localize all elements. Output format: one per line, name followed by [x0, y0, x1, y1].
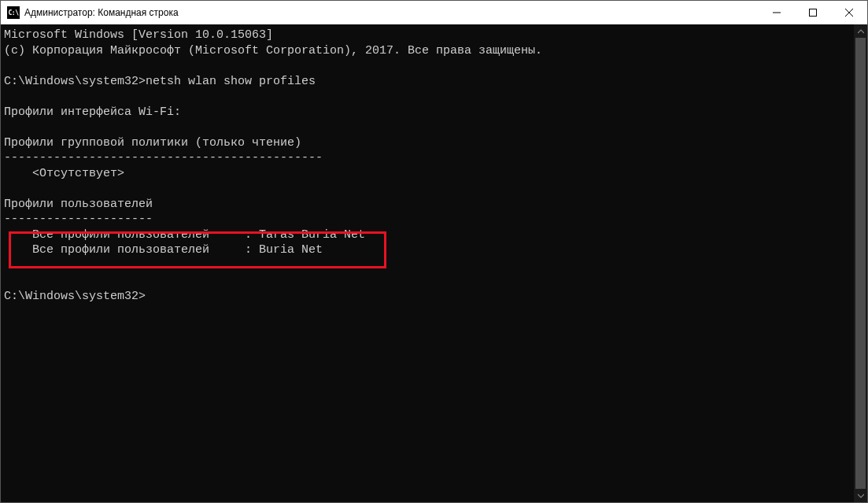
cmd-window: C:\ Администратор: Командная строка Micr…: [0, 0, 868, 503]
scroll-down-button[interactable]: [854, 489, 867, 502]
profile-line: Все профили пользователей : Buria Net: [4, 243, 323, 257]
maximize-icon: [809, 9, 817, 17]
chevron-down-icon: [858, 493, 864, 499]
output-header: Профили интерфейса Wi-Fi:: [4, 105, 181, 119]
scrollbar-track[interactable]: [854, 38, 867, 489]
output-header: Профили пользователей: [4, 198, 153, 211]
maximize-button[interactable]: [795, 1, 831, 24]
terminal-wrap: Microsoft Windows [Version 10.0.15063] (…: [1, 24, 867, 502]
close-button[interactable]: [831, 1, 867, 24]
titlebar[interactable]: C:\ Администратор: Командная строка: [1, 1, 867, 24]
output-line: Microsoft Windows [Version 10.0.15063]: [4, 28, 273, 42]
window-title: Администратор: Командная строка: [24, 7, 759, 18]
output-separator: ---------------------: [4, 213, 153, 226]
profile-line: Все профили пользователей : Taras Buria …: [4, 228, 365, 242]
chevron-up-icon: [858, 28, 864, 35]
minimize-button[interactable]: [759, 1, 795, 24]
prompt-line: C:\Windows\system32>: [4, 290, 146, 303]
scrollbar-thumb[interactable]: [855, 38, 866, 489]
svg-rect-1: [810, 9, 817, 17]
cmd-icon: C:\: [7, 6, 20, 19]
output-line: (c) Корпорация Майкрософт (Microsoft Cor…: [4, 44, 542, 57]
minimize-icon: [773, 9, 781, 17]
close-icon: [845, 9, 853, 17]
output-separator: ----------------------------------------…: [4, 151, 323, 165]
window-controls: [759, 1, 867, 24]
prompt-line: C:\Windows\system32>netsh wlan show prof…: [4, 75, 316, 88]
terminal-container: Microsoft Windows [Version 10.0.15063] (…: [1, 24, 867, 502]
terminal[interactable]: Microsoft Windows [Version 10.0.15063] (…: [1, 24, 854, 502]
output-line: <Отсутствует>: [4, 167, 124, 180]
scroll-up-button[interactable]: [854, 24, 867, 38]
output-header: Профили групповой политики (только чтени…: [4, 136, 301, 150]
vertical-scrollbar[interactable]: [854, 24, 867, 502]
